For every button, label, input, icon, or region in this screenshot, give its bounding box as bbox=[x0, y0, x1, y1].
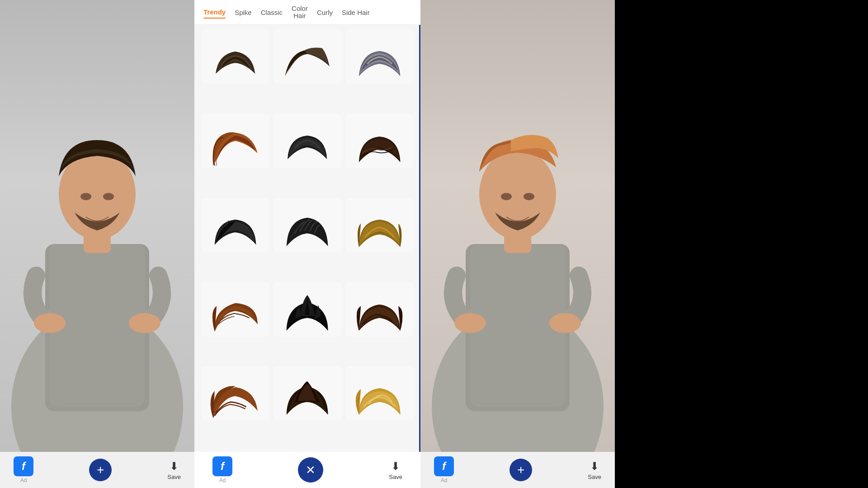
hair-item-11[interactable] bbox=[273, 282, 341, 337]
left-ad-section[interactable]: f Ad bbox=[14, 456, 33, 483]
right-panel: f Ad + ⬇ Save bbox=[420, 0, 615, 488]
hair-item-4[interactable] bbox=[201, 114, 269, 168]
center-save-button[interactable]: ⬇ Save bbox=[389, 460, 402, 480]
hair-item-15[interactable] bbox=[345, 366, 414, 421]
right-bottom-bar: f Ad + ⬇ Save bbox=[420, 452, 615, 488]
hair-item-10[interactable] bbox=[201, 282, 269, 337]
center-save-label: Save bbox=[389, 474, 402, 480]
right-ad-label: Ad bbox=[441, 477, 448, 483]
svg-point-16 bbox=[454, 313, 486, 333]
empty-right-space bbox=[615, 0, 868, 488]
hair-item-6[interactable] bbox=[345, 114, 414, 168]
hair-item-12[interactable] bbox=[345, 282, 414, 337]
center-save-icon: ⬇ bbox=[391, 460, 400, 473]
center-bottom-bar: f Ad ✕ ⬇ Save bbox=[194, 452, 420, 488]
svg-point-14 bbox=[501, 193, 512, 200]
tab-classic[interactable]: Classic bbox=[261, 7, 283, 18]
hair-item-2[interactable] bbox=[273, 29, 341, 84]
right-save-label: Save bbox=[588, 474, 601, 480]
left-panel: f Ad + ⬇ Save bbox=[0, 0, 194, 488]
tab-spike[interactable]: Spike bbox=[235, 7, 252, 18]
left-bottom-bar: f Ad + ⬇ Save bbox=[0, 452, 194, 488]
right-facebook-icon[interactable]: f bbox=[434, 456, 454, 476]
tab-curly[interactable]: Curly bbox=[317, 7, 333, 18]
left-save-button[interactable]: ⬇ Save bbox=[167, 460, 181, 480]
right-save-button[interactable]: ⬇ Save bbox=[588, 460, 601, 480]
svg-point-5 bbox=[80, 193, 91, 200]
right-save-icon: ⬇ bbox=[590, 460, 599, 473]
right-ad-section[interactable]: f Ad bbox=[434, 456, 454, 483]
svg-point-8 bbox=[129, 313, 160, 333]
hair-item-1[interactable] bbox=[201, 29, 269, 84]
scroll-track bbox=[419, 25, 420, 452]
svg-point-6 bbox=[103, 193, 114, 200]
hair-item-13[interactable] bbox=[201, 366, 269, 421]
center-ad-label: Ad bbox=[219, 477, 226, 483]
svg-point-7 bbox=[34, 313, 66, 333]
scroll-thumb bbox=[419, 25, 420, 452]
svg-point-15 bbox=[524, 193, 534, 200]
close-button[interactable]: ✕ bbox=[298, 457, 323, 483]
left-facebook-icon[interactable]: f bbox=[14, 456, 33, 476]
hair-item-5[interactable] bbox=[273, 114, 341, 168]
left-add-button[interactable]: + bbox=[89, 459, 112, 481]
center-facebook-icon[interactable]: f bbox=[212, 456, 232, 476]
svg-point-17 bbox=[549, 313, 581, 333]
right-add-button[interactable]: + bbox=[509, 459, 532, 481]
hair-item-14[interactable] bbox=[273, 366, 341, 421]
hair-grid bbox=[194, 25, 420, 452]
hair-item-3[interactable] bbox=[345, 29, 414, 84]
center-ad-section[interactable]: f Ad bbox=[212, 456, 232, 483]
hair-item-7[interactable] bbox=[201, 198, 269, 252]
left-ad-label: Ad bbox=[20, 477, 27, 483]
left-save-icon: ⬇ bbox=[170, 460, 179, 473]
left-save-label: Save bbox=[167, 474, 181, 480]
hair-item-9[interactable] bbox=[345, 198, 414, 252]
center-panel: Trendy Spike Classic ColorHair Curly Sid… bbox=[194, 0, 420, 488]
tab-side-hair[interactable]: Side Hair bbox=[342, 7, 370, 18]
tabs-bar: Trendy Spike Classic ColorHair Curly Sid… bbox=[194, 0, 420, 25]
tab-color-hair[interactable]: ColorHair bbox=[292, 3, 308, 22]
hair-item-8[interactable] bbox=[273, 198, 341, 252]
tab-trendy[interactable]: Trendy bbox=[203, 6, 226, 19]
